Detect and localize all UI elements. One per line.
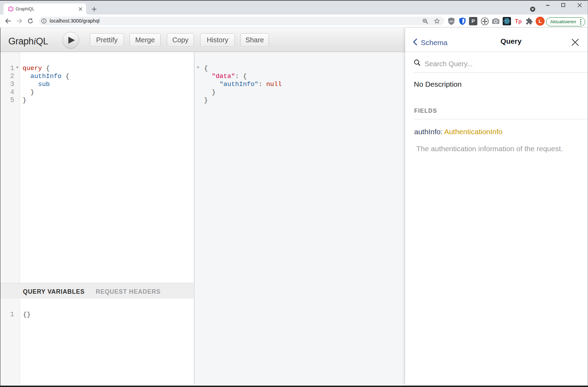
svg-text:uO: uO [449,20,453,23]
